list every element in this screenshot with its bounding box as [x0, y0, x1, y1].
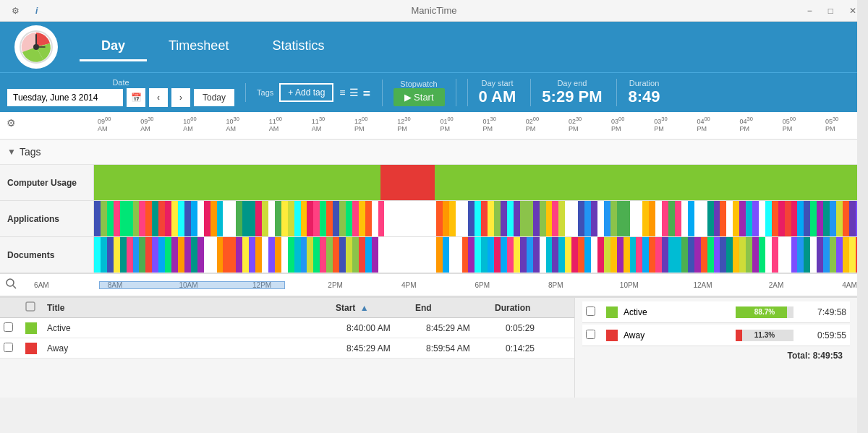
- stats-panel: Active 88.7% 7:49:58 Away 11.3% 0:59:55 …: [575, 298, 857, 398]
- tags-track: ▼ Tags: [0, 140, 868, 165]
- away-color-box: [25, 343, 37, 354]
- next-day-button[interactable]: ›: [171, 88, 190, 107]
- date-input-wrap: 📅 ‹ › Today: [7, 88, 234, 107]
- toolbar: Date 📅 ‹ › Today Tags + Add tag ≡ ☰ ≣ St…: [0, 72, 868, 112]
- tab-statistics[interactable]: Statistics: [250, 33, 346, 61]
- stat-check-active[interactable]: [586, 306, 600, 318]
- th-duration[interactable]: Duration: [495, 303, 560, 313]
- bm-10pm: 10PM: [611, 281, 648, 289]
- th-title[interactable]: Title: [47, 303, 336, 313]
- tag-list-view-1[interactable]: ≡: [339, 87, 345, 98]
- bm-8am: 8AM: [97, 281, 134, 289]
- documents-content[interactable]: [94, 237, 868, 273]
- stat-time-active: 7:49:58: [799, 307, 846, 317]
- time-mark: 0500PM: [783, 116, 825, 132]
- day-end-value: 5:29 PM: [542, 87, 602, 106]
- start-stopwatch-button[interactable]: ▶ Start: [393, 88, 445, 106]
- tags-section: Tags + Add tag ≡ ☰ ≣: [245, 83, 370, 102]
- info-button[interactable]: i: [31, 4, 42, 17]
- row-color-1: [25, 322, 47, 334]
- prev-day-button[interactable]: ‹: [149, 88, 168, 107]
- duration-section: Duration 8:49: [616, 79, 660, 106]
- time-mark: 0300PM: [611, 116, 654, 132]
- computer-usage-content[interactable]: [94, 165, 868, 200]
- time-mark: 0400PM: [697, 116, 739, 132]
- top-nav: Day Timesheet Statistics: [0, 22, 868, 72]
- documents-label: Documents: [0, 237, 94, 273]
- computer-usage-label: Computer Usage: [0, 165, 94, 200]
- app-title: ManicTime: [411, 5, 456, 16]
- row-title-2: Away: [47, 343, 346, 353]
- app-bars: [94, 201, 868, 236]
- color-icon: [25, 301, 35, 312]
- day-end-label: Day end: [557, 79, 587, 87]
- time-mark: 0200PM: [526, 116, 569, 132]
- tag-icons: ≡ ☰ ≣: [339, 87, 370, 98]
- time-mark: 0900AM: [98, 116, 140, 132]
- lower-panel: Title Start ▲ End Duration Active 8:40:0…: [0, 296, 868, 398]
- th-color: [25, 301, 47, 314]
- tag-list-view-3[interactable]: ≣: [362, 87, 371, 98]
- computer-usage-track: Computer Usage: [0, 165, 868, 201]
- duration-value: 8:49: [628, 87, 660, 106]
- title-bar: ⚙ i ManicTime − □ ✕: [0, 0, 868, 22]
- bm-10am: 10AM: [170, 281, 207, 289]
- bm-2pm: 2PM: [317, 281, 354, 289]
- window-controls: − □ ✕: [803, 4, 861, 17]
- th-end[interactable]: End: [415, 303, 495, 313]
- duration-label: Duration: [629, 79, 660, 87]
- stopwatch-label: Stopwatch: [400, 80, 437, 88]
- timeline-settings-icon[interactable]: ⚙: [2, 116, 20, 130]
- today-button[interactable]: Today: [194, 89, 234, 106]
- row-checkbox-1[interactable]: [4, 322, 25, 334]
- title-bar-left-icons: ⚙ i: [7, 4, 42, 17]
- tags-collapse-button[interactable]: ▼: [7, 147, 16, 157]
- stat-percent-away: 11.3%: [736, 330, 793, 341]
- time-mark: 1200PM: [354, 116, 397, 132]
- row-end-1: 8:45:29 AM: [426, 323, 506, 333]
- tab-timesheet[interactable]: Timesheet: [147, 33, 250, 61]
- time-mark: 1230PM: [397, 116, 440, 132]
- time-mark: 0130PM: [483, 116, 526, 132]
- bm-12am: 12AM: [684, 281, 721, 289]
- bm-6pm: 6PM: [464, 281, 501, 289]
- tab-day[interactable]: Day: [80, 33, 147, 61]
- date-section: Date 📅 ‹ › Today: [7, 78, 234, 107]
- stat-time-away: 0:59:55: [799, 330, 846, 340]
- app-logo: [14, 25, 58, 69]
- date-input[interactable]: [7, 89, 123, 106]
- time-mark: 0430PM: [740, 116, 783, 132]
- stat-percent-active: 88.7%: [736, 306, 793, 318]
- stat-color-active: [606, 306, 618, 318]
- doc-bars: [94, 237, 868, 273]
- settings-button[interactable]: ⚙: [7, 4, 24, 17]
- minimize-button[interactable]: −: [803, 4, 817, 17]
- maximize-button[interactable]: □: [824, 4, 838, 17]
- search-icon-button[interactable]: [0, 278, 23, 292]
- table-header: Title Start ▲ End Duration: [0, 298, 574, 318]
- applications-track: Applications: [0, 201, 868, 237]
- time-mark: 1130AM: [312, 116, 354, 132]
- row-checkbox-2[interactable]: [4, 343, 25, 354]
- stat-check-away[interactable]: [586, 330, 600, 341]
- applications-content[interactable]: [94, 201, 868, 236]
- th-start[interactable]: Start ▲: [336, 303, 415, 313]
- tag-list-view-2[interactable]: ☰: [349, 87, 359, 98]
- day-end-section: Day end 5:29 PM: [530, 79, 602, 106]
- svg-point-4: [7, 279, 14, 286]
- svg-line-5: [13, 286, 16, 288]
- stat-label-away: Away: [624, 330, 730, 340]
- tags-label: Tags: [257, 88, 273, 97]
- day-start-label: Day start: [481, 79, 513, 87]
- bm-4pm: 4PM: [391, 281, 427, 289]
- time-marks-container: 0900AM 0930AM 1000AM 1030AM 1100AM 1130A…: [0, 116, 868, 135]
- date-label: Date: [112, 78, 129, 87]
- time-sections: Day start 0 AM Day end 5:29 PM Duration …: [456, 79, 660, 106]
- calendar-button[interactable]: 📅: [127, 88, 145, 107]
- nav-tabs: Day Timesheet Statistics: [80, 33, 346, 61]
- time-mark: 1100AM: [269, 116, 312, 132]
- svg-rect-6: [26, 302, 35, 311]
- add-tag-button[interactable]: + Add tag: [279, 83, 333, 102]
- stat-bar-away: 11.3%: [736, 330, 793, 341]
- row-start-1: 8:40:00 AM: [346, 323, 426, 333]
